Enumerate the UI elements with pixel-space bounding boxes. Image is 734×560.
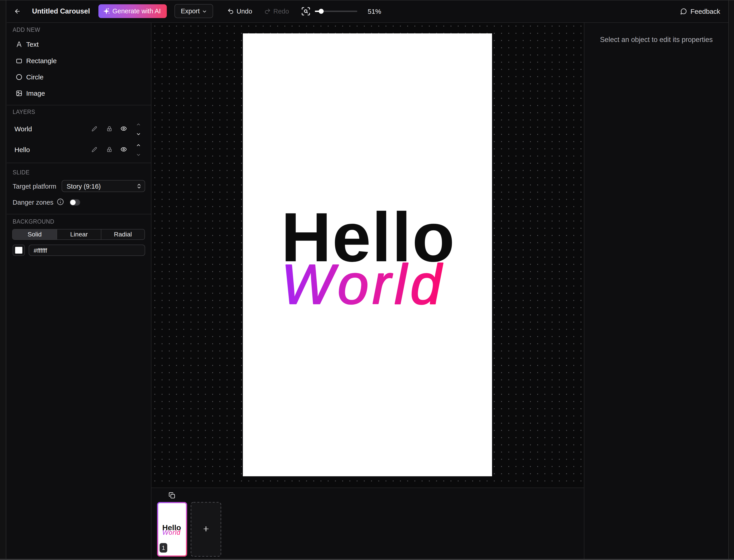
svg-text:World: World	[281, 253, 445, 316]
